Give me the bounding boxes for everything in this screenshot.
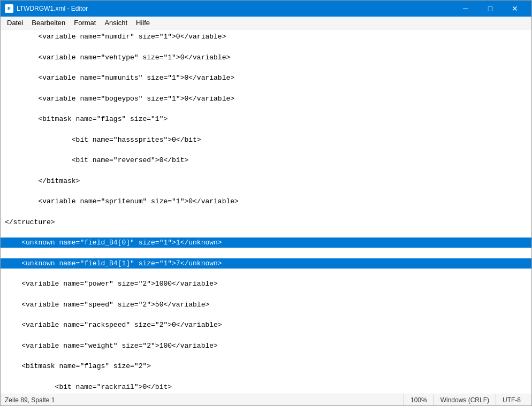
code-line[interactable]: <variable name="numunits" size="1">0</va… — [1, 73, 531, 83]
code-line[interactable]: <variable name="numdir" size="1">0</vari… — [1, 32, 531, 42]
menu-hilfe[interactable]: Hilfe — [132, 17, 154, 29]
window-controls: ─ □ ✕ — [453, 1, 527, 17]
code-line[interactable]: <bitmask name="flags" size="1"> — [1, 114, 531, 124]
code-line[interactable]: <variable name="weight" size="2">100</va… — [1, 341, 531, 351]
menu-ansicht[interactable]: Ansicht — [100, 17, 132, 29]
status-line-ending: Windows (CRLF) — [434, 394, 496, 405]
code-line[interactable]: </bitmask> — [1, 176, 531, 186]
menu-bar: Datei Bearbeiten Format Ansicht Hilfe — [1, 17, 531, 29]
code-line[interactable]: <variable name="rackspeed" size="2">0</v… — [1, 320, 531, 330]
code-line[interactable]: <bit name="reversed">0</bit> — [1, 155, 531, 165]
code-line[interactable]: <variable name="power" size="2">1000</va… — [1, 279, 531, 289]
close-button[interactable]: ✕ — [503, 1, 527, 17]
window-title: LTWDRGW1.xml - Editor — [17, 5, 88, 12]
title-bar: E LTWDRGW1.xml - Editor ─ □ ✕ — [1, 1, 531, 17]
main-window: E LTWDRGW1.xml - Editor ─ □ ✕ Datei Bear… — [0, 0, 532, 406]
status-position: Zeile 89, Spalte 1 — [5, 394, 61, 405]
code-line[interactable]: </structure> — [1, 217, 531, 227]
code-line[interactable]: <unknown name="field_B4[1]" size="1">7</… — [1, 258, 531, 269]
code-line[interactable]: <variable name="spritenum" size="1">0</v… — [1, 196, 531, 206]
code-line[interactable]: <variable name="vehtype" size="1">0</var… — [1, 52, 531, 63]
app-icon: E — [5, 4, 13, 13]
menu-datei[interactable]: Datei — [3, 17, 27, 29]
minimize-button[interactable]: ─ — [453, 1, 478, 17]
code-line[interactable]: <unknown name="field_B4[0]" size="1">1</… — [1, 238, 531, 248]
code-editor[interactable]: <variable name="numdir" size="1">0</vari… — [1, 29, 531, 394]
status-encoding: UTF-8 — [496, 394, 527, 405]
code-line[interactable]: <bitmask name="flags" size="2"> — [1, 361, 531, 371]
code-line[interactable]: <bit name="hasssprites">0</bit> — [1, 135, 531, 145]
menu-bearbeiten[interactable]: Bearbeiten — [27, 17, 70, 29]
menu-format[interactable]: Format — [70, 17, 100, 29]
editor-area: <variable name="numdir" size="1">0</vari… — [1, 29, 531, 394]
code-line[interactable]: <variable name="bogeypos" size="1">0</va… — [1, 94, 531, 104]
status-zoom: 100% — [404, 394, 434, 405]
status-bar: Zeile 89, Spalte 1 100% Windows (CRLF) U… — [1, 394, 531, 405]
maximize-button[interactable]: □ — [478, 1, 503, 17]
code-line[interactable]: <variable name="speed" size="2">50</vari… — [1, 300, 531, 310]
code-content: <variable name="numdir" size="1">0</vari… — [1, 29, 531, 394]
code-line[interactable]: <bit name="rackrail">0</bit> — [1, 382, 531, 392]
title-bar-left: E LTWDRGW1.xml - Editor — [5, 4, 88, 13]
